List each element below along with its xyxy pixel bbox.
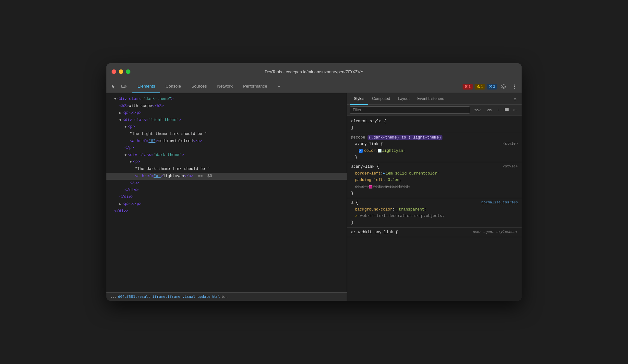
breadcrumb-link[interactable]: d04cf581.result-iframe.iframe-visual-upd…: [118, 295, 211, 299]
breadcrumb-html[interactable]: html: [212, 295, 221, 299]
tab-list: Elements Console Sources Network Perform…: [132, 80, 285, 93]
tab-more[interactable]: »: [272, 80, 285, 93]
dom-line[interactable]: </p>: [106, 145, 347, 152]
styles-panel: Styles Computed Layout Event Listeners »…: [347, 93, 522, 301]
styles-tab-event-listeners[interactable]: Event Listeners: [413, 93, 448, 105]
svg-point-2: [514, 84, 515, 85]
dom-line[interactable]: </div>: [106, 208, 347, 215]
css-source-ua: user agent stylesheet: [473, 229, 518, 235]
dom-line[interactable]: ▶<p>…</p>: [106, 110, 347, 117]
css-value-border[interactable]: 1em solid currentcolor: [386, 170, 437, 177]
error-badge[interactable]: ✖ 1: [463, 84, 473, 90]
toggle-changes-icon[interactable]: [511, 106, 519, 114]
css-source: <style>: [503, 164, 518, 170]
styles-tab-more[interactable]: »: [511, 96, 519, 102]
color-swatch-mediumvioletred[interactable]: [369, 185, 372, 188]
expand-icon[interactable]: ▶: [383, 171, 385, 176]
styles-tab-computed[interactable]: Computed: [368, 93, 394, 105]
dom-line[interactable]: ▼<div class="dark-theme">: [106, 152, 347, 159]
css-property-border[interactable]: border-left: [355, 170, 380, 177]
css-sub-selector[interactable]: a:any-link {: [355, 142, 383, 146]
info-badge[interactable]: ✖ 3: [487, 84, 497, 90]
minimize-button[interactable]: [119, 69, 123, 74]
color-swatch-lightcyan[interactable]: [378, 149, 381, 152]
css-property[interactable]: color: [364, 148, 376, 154]
property-checkbox[interactable]: [359, 149, 363, 153]
styles-tab-styles[interactable]: Styles: [350, 93, 368, 105]
titlebar: DevTools - codepen.io/miriamsuzanne/pen/…: [106, 63, 522, 80]
normalize-link[interactable]: normalize.css:106: [481, 200, 518, 204]
dom-line[interactable]: </div>: [106, 187, 347, 194]
triangle-icon[interactable]: ▼: [130, 159, 132, 165]
css-value[interactable]: lightcyan: [382, 148, 403, 154]
styles-tab-list: Styles Computed Layout Event Listeners »: [347, 93, 522, 105]
tab-elements[interactable]: Elements: [132, 80, 160, 93]
cls-button[interactable]: .cls: [484, 107, 494, 113]
color-swatch-transparent[interactable]: [395, 208, 398, 211]
add-rule-button[interactable]: +: [495, 107, 501, 113]
css-property-color-struck[interactable]: color: [355, 184, 367, 190]
dom-line[interactable]: </p>: [106, 180, 347, 187]
dom-line[interactable]: "The light-theme link should be ": [106, 131, 347, 138]
menu-icon[interactable]: [510, 82, 519, 91]
maximize-button[interactable]: [126, 69, 130, 74]
filter-bar: :hov .cls +: [347, 105, 522, 115]
dom-line[interactable]: <h2>with scope</h2>: [106, 103, 347, 110]
triangle-icon[interactable]: ▶: [119, 110, 121, 116]
dom-line[interactable]: "The dark-theme link should be ": [106, 166, 347, 173]
css-value-padding[interactable]: 0.4em: [388, 178, 399, 182]
svg-point-4: [514, 88, 515, 89]
settings-icon[interactable]: [499, 82, 508, 91]
svg-rect-5: [505, 109, 509, 110]
dom-line[interactable]: ▶<p>…</p>: [106, 201, 347, 208]
main-content: ▼<div class="dark-theme"> <h2>with scope…: [106, 93, 522, 301]
css-property-webkit[interactable]: -webkit-text-decoration-skip: [358, 213, 424, 219]
triangle-icon[interactable]: ▼: [125, 152, 127, 158]
triangle-icon[interactable]: ▼: [114, 96, 116, 102]
css-value-color-struck[interactable]: mediumvioletred: [373, 184, 408, 190]
dom-line[interactable]: </div>: [106, 194, 347, 201]
close-button[interactable]: [112, 69, 116, 74]
css-selector-webkit[interactable]: a:-webkit-any-link {: [351, 230, 398, 235]
warning-icon: ⚠: [355, 213, 357, 219]
css-property-padding[interactable]: padding-left: [355, 178, 383, 182]
hov-button[interactable]: :hov: [471, 107, 483, 113]
tab-performance[interactable]: Performance: [238, 80, 272, 93]
device-icon[interactable]: [119, 82, 128, 91]
tab-console[interactable]: Console: [160, 80, 186, 93]
dom-line-selected[interactable]: <a href="#">lightcyan</a> == $0: [106, 173, 347, 180]
triangle-icon[interactable]: ▼: [125, 124, 127, 130]
triangle-icon[interactable]: ▼: [119, 117, 121, 123]
css-selector-any-link[interactable]: a:any-link {: [351, 164, 379, 169]
css-value-bg[interactable]: transparent: [399, 206, 424, 213]
dom-line[interactable]: ▼<p>: [106, 159, 347, 166]
new-style-rule-icon[interactable]: [503, 106, 511, 114]
at-scope: @scope: [351, 135, 367, 140]
styles-tab-layout[interactable]: Layout: [394, 93, 413, 105]
warning-badge[interactable]: ⚠ 1: [475, 84, 485, 90]
window-title: DevTools - codepen.io/miriamsuzanne/pen/…: [265, 69, 363, 74]
filter-icons: [503, 106, 519, 114]
svg-rect-0: [122, 85, 125, 88]
filter-input[interactable]: [350, 106, 470, 114]
tab-sources[interactable]: Sources: [186, 80, 212, 93]
dom-line[interactable]: ▼<p>: [106, 124, 347, 131]
css-value-webkit[interactable]: objects: [426, 213, 442, 219]
dom-line[interactable]: ▼<div class="light-theme">: [106, 117, 347, 124]
svg-point-3: [514, 86, 515, 87]
css-property-bg[interactable]: background-color: [355, 206, 392, 213]
styles-content: element.style { } @scope (.dark-theme) t…: [347, 115, 522, 301]
css-selector-a[interactable]: a {: [351, 200, 358, 205]
css-selector[interactable]: element.style {: [351, 119, 386, 124]
css-source: <style>: [503, 141, 518, 147]
dom-content[interactable]: ▼<div class="dark-theme"> <h2>with scope…: [106, 93, 347, 292]
css-close-brace: }: [351, 126, 353, 130]
toolbar-icons: [109, 82, 128, 91]
error-icon: ✖: [465, 84, 468, 89]
tab-network[interactable]: Network: [212, 80, 238, 93]
dom-line[interactable]: <a href="#">mediumvioletred</a>: [106, 138, 347, 145]
triangle-icon[interactable]: ▶: [119, 201, 121, 207]
dom-line[interactable]: ▼<div class="dark-theme">: [106, 96, 347, 103]
svg-rect-1: [125, 86, 126, 87]
inspect-icon[interactable]: [109, 82, 118, 91]
